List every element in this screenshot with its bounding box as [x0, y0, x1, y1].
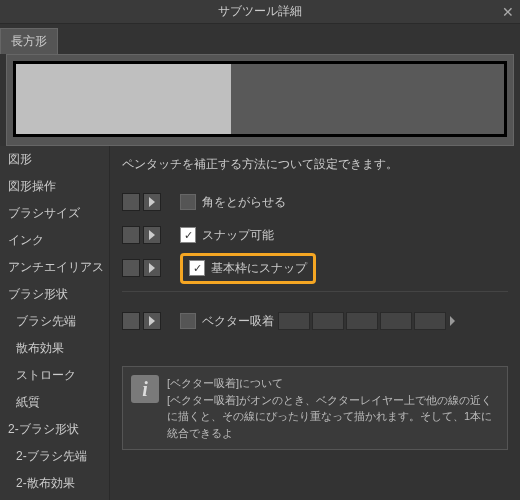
info-body: [ベクター吸着]がオンのとき、ベクターレイヤー上で他の線の近くに描くと、その線に…	[167, 392, 499, 442]
sidebar-item[interactable]: 2-ブラシ形状	[0, 416, 109, 443]
indicator-toggle[interactable]	[122, 312, 140, 330]
sidebar-item[interactable]: 紙質	[0, 389, 109, 416]
expand-button[interactable]	[143, 193, 161, 211]
expand-button[interactable]	[143, 259, 161, 277]
sharpen-corners-label: 角をとがらせる	[202, 194, 286, 211]
sidebar-item[interactable]: ブラシ先端	[0, 308, 109, 335]
category-description: ペンタッチを補正する方法について設定できます。	[122, 156, 508, 173]
info-heading: [ベクター吸着]について	[167, 375, 499, 392]
sidebar-item[interactable]: ブラシ形状	[0, 281, 109, 308]
sidebar-item[interactable]: アンチエイリアス	[0, 254, 109, 281]
snap-basic-frame-label: 基本枠にスナップ	[211, 260, 307, 277]
indicator-toggle[interactable]	[122, 193, 140, 211]
sidebar-item[interactable]: 図形	[0, 146, 109, 173]
vector-snap-checkbox[interactable]	[180, 313, 196, 329]
snap-enabled-label: スナップ可能	[202, 227, 274, 244]
expand-button[interactable]	[143, 226, 161, 244]
category-sidebar: 図形図形操作ブラシサイズインクアンチエイリアスブラシ形状ブラシ先端散布効果ストロ…	[0, 146, 110, 500]
sidebar-item[interactable]: ブラシサイズ	[0, 200, 109, 227]
sidebar-item[interactable]: ストローク	[0, 362, 109, 389]
expand-button[interactable]	[143, 312, 161, 330]
sidebar-item[interactable]: インク	[0, 227, 109, 254]
tab-rectangle[interactable]: 長方形	[0, 28, 58, 54]
sidebar-item[interactable]: 2-散布効果	[0, 470, 109, 497]
sharpen-corners-checkbox[interactable]	[180, 194, 196, 210]
sidebar-item[interactable]: 2-ブラシ先端	[0, 443, 109, 470]
tool-preview	[6, 54, 514, 146]
info-panel: i [ベクター吸着]について [ベクター吸着]がオンのとき、ベクターレイヤー上で…	[122, 366, 508, 450]
vector-snap-slider[interactable]	[278, 312, 446, 330]
indicator-toggle[interactable]	[122, 226, 140, 244]
info-icon: i	[131, 375, 159, 403]
close-icon[interactable]: ✕	[502, 4, 514, 20]
sidebar-item[interactable]: 図形操作	[0, 173, 109, 200]
snap-enabled-checkbox[interactable]: ✓	[180, 227, 196, 243]
highlighted-option: ✓ 基本枠にスナップ	[180, 253, 316, 284]
snap-basic-frame-checkbox[interactable]: ✓	[189, 260, 205, 276]
vector-snap-label: ベクター吸着	[202, 313, 274, 330]
sidebar-item[interactable]: 散布効果	[0, 335, 109, 362]
window-title: サブツール詳細	[218, 3, 302, 20]
indicator-toggle[interactable]	[122, 259, 140, 277]
chevron-right-icon[interactable]	[448, 314, 456, 328]
